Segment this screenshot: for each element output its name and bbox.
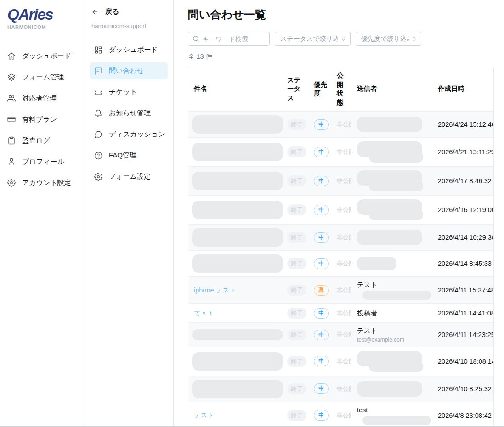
redacted-subject <box>192 352 283 371</box>
inquiry-table-body: 終了中非公開2026/4/24 15:12:46終了中非公開2026/4/21 … <box>188 112 494 427</box>
sidebar-item-label: フォーム管理 <box>22 73 64 82</box>
cell-priority: 中 <box>309 347 332 376</box>
status-badge: 終了 <box>287 329 306 340</box>
sender-name: test <box>357 406 430 415</box>
cell-created-at: 2026/4/11 14:23:25 <box>433 323 494 347</box>
redacted-subject <box>192 380 283 398</box>
sidebar-item-label: 監査ログ <box>22 136 50 145</box>
chevrons-up-down-icon <box>340 36 346 42</box>
cell-priority: 高 <box>309 277 332 304</box>
workspace-item-tickets[interactable]: チケット <box>90 84 168 101</box>
cell-subject <box>188 138 283 167</box>
cell-public: 非公開 <box>332 277 352 304</box>
table-row: 終了中非公開テストtest@example.com2026/4/11 14:23… <box>188 323 494 347</box>
cell-subject <box>188 167 283 196</box>
cell-public: 非公開 <box>332 251 352 277</box>
cell-sender <box>352 196 433 225</box>
status-badge: 終了 <box>287 356 306 367</box>
sidebar-item-paid-plan[interactable]: 有料プラン <box>7 112 76 126</box>
workspace-item-announcements[interactable]: お知らせ管理 <box>90 105 168 122</box>
workspace-name: harmonicom-support <box>90 22 168 29</box>
visibility-label: 非公開 <box>337 177 351 185</box>
table-row: 終了中非公開2026/4/24 15:12:46 <box>188 112 494 138</box>
redacted-sender <box>357 117 422 132</box>
sidebar-item-audit-log[interactable]: 監査ログ <box>7 134 76 147</box>
visibility-label: 非公開 <box>337 385 351 393</box>
cell-subject <box>188 251 283 277</box>
priority-badge: 中 <box>314 232 329 243</box>
cell-sender <box>352 112 433 138</box>
inquiry-subject-link[interactable]: iphone テスト <box>194 287 236 294</box>
gear-icon <box>94 173 102 181</box>
workspace-sidebar: 戻る harmonicom-support ダッシュボード 問い合わせ チケット… <box>84 0 174 426</box>
sidebar-item-profile[interactable]: プロフィール <box>7 155 76 169</box>
sidebar-item-form-management[interactable]: フォーム管理 <box>7 70 76 84</box>
chat-icon <box>94 67 102 75</box>
sidebar-item-dashboard[interactable]: ダッシュボード <box>7 49 76 63</box>
workspace-item-label: チケット <box>109 88 137 96</box>
speech-bubble-icon <box>94 130 102 139</box>
cell-status: 終了 <box>283 347 309 376</box>
inquiry-table-card: 件名 ステータス 優先度 公開状態 送信者 作成日時 終了中非公開2026/4/… <box>188 67 494 427</box>
table-row: iphone テスト終了高非公開テスト2026/4/11 15:37:48 <box>188 277 494 304</box>
redacted-subject <box>192 115 283 134</box>
workspace-item-label: ディスカッション <box>109 130 165 139</box>
search-icon <box>193 35 199 42</box>
workspace-item-discussions[interactable]: ディスカッション <box>90 126 168 143</box>
redacted-sender <box>369 152 423 163</box>
cell-subject: テスト <box>188 402 283 427</box>
status-filter-select[interactable]: ステータスで絞り込み <box>275 32 351 46</box>
visibility-label: 非公開 <box>337 309 351 317</box>
credit-card-icon <box>7 115 16 124</box>
chevrons-up-down-icon <box>411 36 417 42</box>
cell-status: 終了 <box>283 251 309 277</box>
cell-sender <box>352 376 433 402</box>
cell-priority: 中 <box>309 167 332 196</box>
redacted-sender <box>369 361 423 372</box>
workspace-item-inquiries[interactable]: 問い合わせ <box>90 62 168 79</box>
sender-email: test@example.com <box>357 337 430 343</box>
redacted-sender <box>362 291 431 300</box>
table-row: 終了中非公開2026/4/14 8:45:33 <box>188 251 494 277</box>
table-row: テスト終了中非公開test2026/4/8 23:08:42 <box>188 402 494 427</box>
redacted-subject <box>192 201 283 219</box>
cell-created-at: 2026/4/11 14:41:08 <box>433 304 494 323</box>
cell-sender: test <box>352 402 433 427</box>
sidebar-item-label: プロフィール <box>22 157 64 166</box>
sidebar-item-label: アカウント設定 <box>22 179 71 187</box>
cell-priority: 中 <box>309 112 332 138</box>
sidebar-item-agent-management[interactable]: 対応者管理 <box>7 91 76 105</box>
priority-badge: 中 <box>314 119 329 130</box>
keyword-search-input[interactable] <box>203 35 265 43</box>
col-header-sender: 送信者 <box>352 67 433 112</box>
cell-subject <box>188 196 283 225</box>
workspace-item-dashboard[interactable]: ダッシュボード <box>90 41 168 58</box>
sidebar-item-account-settings[interactable]: アカウント設定 <box>7 176 76 190</box>
cell-created-at: 2026/4/17 8:46:32 <box>433 167 494 196</box>
priority-badge: 中 <box>314 258 329 269</box>
visibility-label: 非公開 <box>337 120 351 129</box>
cell-priority: 中 <box>309 304 332 323</box>
status-badge: 終了 <box>287 175 306 186</box>
redacted-subject <box>192 254 283 273</box>
inquiry-table: 件名 ステータス 優先度 公開状態 送信者 作成日時 終了中非公開2026/4/… <box>188 67 494 427</box>
workspace-item-label: フォーム設定 <box>109 172 151 181</box>
visibility-label: 非公開 <box>337 286 351 294</box>
inquiry-subject-link[interactable]: テスト <box>194 411 215 419</box>
cell-public: 非公開 <box>332 376 352 402</box>
ticket-icon <box>94 88 102 96</box>
inquiry-subject-link[interactable]: てｓｔ <box>194 309 214 317</box>
back-button[interactable]: 戻る <box>90 7 168 16</box>
workspace-item-label: ダッシュボード <box>109 45 158 54</box>
redacted-sender <box>357 381 422 397</box>
cell-created-at: 2026/4/16 12:19:00 <box>433 196 494 225</box>
workspace-item-faq[interactable]: FAQ管理 <box>90 147 168 164</box>
cell-sender <box>352 251 433 277</box>
primary-nav: ダッシュボード フォーム管理 対応者管理 有料プラン 監査ログ プロフィール <box>7 49 76 190</box>
cell-created-at: 2026/4/14 8:45:33 <box>433 251 494 277</box>
redacted-subject <box>192 329 283 340</box>
workspace-item-form-settings[interactable]: フォーム設定 <box>90 168 168 185</box>
cell-status: 終了 <box>283 323 309 347</box>
priority-filter-select[interactable]: 優先度で絞り込み <box>356 32 421 46</box>
status-badge: 終了 <box>287 308 306 319</box>
